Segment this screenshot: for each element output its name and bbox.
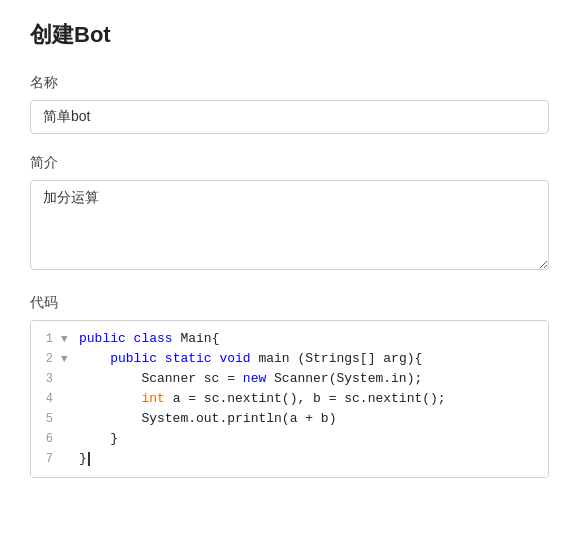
line-code: public static void main (Strings[] arg){ bbox=[77, 349, 548, 369]
code-line: 2▼ public static void main (Strings[] ar… bbox=[31, 349, 548, 369]
code-content: 1▼public class Main{2▼ public static voi… bbox=[31, 321, 548, 477]
desc-field-group: 简介 加分运算 bbox=[30, 154, 549, 274]
line-code: Scanner sc = new Scanner(System.in); bbox=[77, 369, 548, 389]
line-number: 2 bbox=[31, 349, 61, 369]
code-line: 6 } bbox=[31, 429, 548, 449]
line-number: 4 bbox=[31, 389, 61, 409]
page-title: 创建Bot bbox=[30, 20, 549, 50]
line-number: 6 bbox=[31, 429, 61, 449]
line-code: int a = sc.nextint(), b = sc.nextint(); bbox=[77, 389, 548, 409]
line-code: public class Main{ bbox=[77, 329, 548, 349]
code-editor[interactable]: 1▼public class Main{2▼ public static voi… bbox=[30, 320, 549, 478]
desc-input[interactable]: 加分运算 bbox=[30, 180, 549, 270]
line-code: } bbox=[77, 449, 548, 469]
text-cursor bbox=[88, 452, 90, 466]
line-toggle[interactable]: ▼ bbox=[61, 329, 75, 349]
code-label: 代码 bbox=[30, 294, 549, 312]
code-line: 1▼public class Main{ bbox=[31, 329, 548, 349]
line-number: 5 bbox=[31, 409, 61, 429]
name-input[interactable] bbox=[30, 100, 549, 134]
line-number: 7 bbox=[31, 449, 61, 469]
name-field-group: 名称 bbox=[30, 74, 549, 134]
line-number: 1 bbox=[31, 329, 61, 349]
code-line: 3 Scanner sc = new Scanner(System.in); bbox=[31, 369, 548, 389]
line-code: System.out.println(a + b) bbox=[77, 409, 548, 429]
name-label: 名称 bbox=[30, 74, 549, 92]
code-field-group: 代码 1▼public class Main{2▼ public static … bbox=[30, 294, 549, 478]
desc-label: 简介 bbox=[30, 154, 549, 172]
code-line: 5 System.out.println(a + b) bbox=[31, 409, 548, 429]
line-code: } bbox=[77, 429, 548, 449]
code-line: 4 int a = sc.nextint(), b = sc.nextint()… bbox=[31, 389, 548, 409]
line-toggle[interactable]: ▼ bbox=[61, 349, 75, 369]
line-number: 3 bbox=[31, 369, 61, 389]
code-line: 7} bbox=[31, 449, 548, 469]
